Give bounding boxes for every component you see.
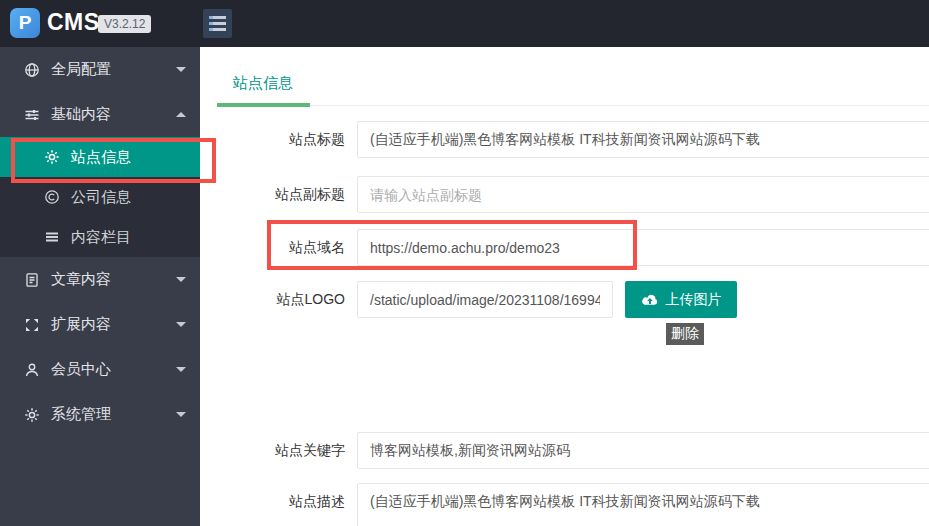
- site-domain-label: 站点域名: [200, 229, 345, 266]
- site-domain-input[interactable]: [357, 229, 929, 266]
- sidebar-item-member-center[interactable]: 会员中心: [0, 347, 200, 392]
- sidebar-item-label: 内容栏目: [71, 228, 200, 247]
- sidebar-item-label: 公司信息: [71, 188, 200, 207]
- sidebar-item-basic-content[interactable]: 基础内容: [0, 92, 200, 137]
- app-title: CMS: [47, 9, 100, 36]
- app-logo[interactable]: P: [10, 8, 40, 38]
- site-description-label: 站点描述: [200, 483, 345, 520]
- chevron-up-icon: [176, 112, 186, 117]
- sidebar-item-global-config[interactable]: 全局配置: [0, 47, 200, 92]
- delete-tooltip[interactable]: 删除: [666, 323, 704, 345]
- sidebar: 全局配置 基础内容 站点信息 公司信息: [0, 47, 200, 526]
- app-window: P CMS V3.2.12 全局配置 基础内容: [0, 0, 929, 526]
- site-subtitle-label: 站点副标题: [200, 176, 345, 213]
- tab-divider: [310, 105, 929, 106]
- chevron-down-icon: [176, 322, 186, 327]
- sidebar-item-article-content[interactable]: 文章内容: [0, 257, 200, 302]
- user-icon: [24, 362, 40, 378]
- list-icon: [44, 229, 60, 245]
- sidebar-submenu: 站点信息 公司信息 内容栏目: [0, 137, 200, 257]
- upload-image-button[interactable]: 上传图片: [625, 281, 737, 318]
- upload-button-label: 上传图片: [666, 291, 722, 309]
- site-keywords-label: 站点关键字: [200, 432, 345, 469]
- sidebar-toggle-button[interactable]: [203, 9, 232, 38]
- sidebar-item-label: 系统管理: [51, 405, 176, 424]
- site-description-input[interactable]: (自适应手机端)黑色博客网站模板 IT科技新闻资讯网站源码下载: [357, 483, 929, 526]
- main-content: 站点信息 站点标题 站点副标题 站点域名 站点LOGO 上传图片 删除 站点关键…: [200, 47, 929, 526]
- upload-cloud-icon: [641, 292, 659, 307]
- document-icon: [24, 272, 40, 288]
- sidebar-item-company-info[interactable]: 公司信息: [0, 177, 200, 217]
- tab-site-info[interactable]: 站点信息: [233, 74, 293, 93]
- sidebar-item-label: 扩展内容: [51, 315, 176, 334]
- gear-icon: [24, 407, 40, 423]
- hamburger-icon: [209, 16, 226, 19]
- gear-icon: [44, 149, 60, 165]
- tab-active-underline: [217, 103, 310, 107]
- sidebar-item-label: 会员中心: [51, 360, 176, 379]
- sidebar-item-content-columns[interactable]: 内容栏目: [0, 217, 200, 257]
- globe-icon: [24, 62, 40, 78]
- sidebar-item-system-management[interactable]: 系统管理: [0, 392, 200, 437]
- sliders-icon: [24, 107, 40, 123]
- site-title-label: 站点标题: [200, 121, 345, 158]
- chevron-down-icon: [176, 67, 186, 72]
- sidebar-item-site-info[interactable]: 站点信息: [0, 137, 200, 177]
- sidebar-item-label: 站点信息: [71, 148, 200, 167]
- sidebar-item-extended-content[interactable]: 扩展内容: [0, 302, 200, 347]
- sidebar-item-label: 全局配置: [51, 60, 176, 79]
- logo-glyph: P: [19, 12, 32, 34]
- version-badge: V3.2.12: [98, 15, 151, 33]
- chevron-down-icon: [176, 412, 186, 417]
- sidebar-item-label: 文章内容: [51, 270, 176, 289]
- site-logo-input[interactable]: [357, 281, 613, 318]
- chevron-down-icon: [176, 367, 186, 372]
- site-keywords-input[interactable]: [357, 432, 929, 469]
- sidebar-item-label: 基础内容: [51, 105, 176, 124]
- site-subtitle-input[interactable]: [357, 176, 929, 213]
- top-header: P CMS V3.2.12: [0, 0, 929, 47]
- expand-icon: [24, 317, 40, 333]
- chevron-down-icon: [176, 277, 186, 282]
- copyright-icon: [44, 189, 60, 205]
- site-title-input[interactable]: [357, 121, 929, 158]
- site-logo-label: 站点LOGO: [200, 281, 345, 318]
